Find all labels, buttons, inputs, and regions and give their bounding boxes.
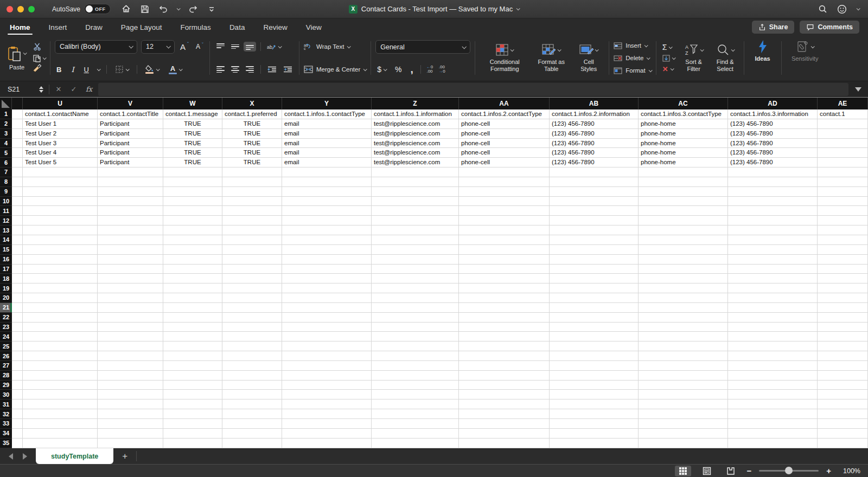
cell-Z20[interactable]	[372, 293, 459, 303]
cell-Z31[interactable]	[372, 399, 459, 409]
cell-AC5[interactable]: phone-home	[639, 148, 728, 158]
column-header-AA[interactable]: AA	[459, 98, 550, 109]
row-header-6[interactable]: 6	[0, 158, 12, 167]
cell-AC29[interactable]	[639, 381, 728, 390]
cell-partial4[interactable]	[12, 139, 23, 149]
cell-Z23[interactable]	[372, 323, 459, 332]
insert-function-icon[interactable]: fx	[83, 85, 95, 93]
cell-X30[interactable]	[222, 390, 282, 399]
cell-AD20[interactable]	[728, 293, 818, 303]
confirm-entry-icon[interactable]: ✓	[68, 85, 80, 93]
cell-U4[interactable]: Test User 3	[23, 139, 98, 149]
cell-W21[interactable]	[163, 303, 222, 313]
cell-AD8[interactable]	[728, 177, 818, 187]
cell-AA19[interactable]	[459, 283, 550, 293]
cell-V32[interactable]	[98, 409, 163, 419]
sheet-next-icon[interactable]	[23, 453, 27, 460]
cell-V14[interactable]	[98, 235, 163, 245]
cell-partial1[interactable]	[12, 109, 23, 119]
cell-X3[interactable]: TRUE	[222, 129, 282, 139]
cell-Z3[interactable]: test@ripplescience.com	[372, 129, 459, 139]
name-box-stepper[interactable]	[39, 86, 43, 93]
cell-AA27[interactable]	[459, 361, 550, 371]
cell-X4[interactable]: TRUE	[222, 139, 282, 149]
fill-down-button[interactable]	[661, 53, 676, 63]
column-header-partial[interactable]	[12, 98, 23, 109]
cell-AC4[interactable]: phone-home	[639, 139, 728, 149]
cell-AA35[interactable]	[459, 439, 550, 448]
undo-dropdown-chevron-icon[interactable]	[176, 7, 180, 10]
cell-AD11[interactable]	[728, 206, 818, 216]
cell-AC25[interactable]	[639, 341, 728, 351]
cell-Y31[interactable]	[282, 399, 372, 409]
cell-Z5[interactable]: test@ripplescience.com	[372, 148, 459, 158]
cell-AB22[interactable]	[550, 313, 639, 323]
format-as-table-button[interactable]: Format as Table	[532, 42, 571, 73]
row-header-10[interactable]: 10	[0, 197, 12, 207]
cell-AC6[interactable]: phone-home	[639, 158, 728, 167]
cell-V25[interactable]	[98, 341, 163, 351]
cell-V11[interactable]	[98, 206, 163, 216]
cell-AB1[interactable]: contact.1.infos.2.information	[550, 109, 639, 119]
sort-filter-button[interactable]: AZ Sort & Filter	[680, 42, 708, 73]
cell-AD35[interactable]	[728, 439, 818, 448]
cell-W2[interactable]: TRUE	[163, 119, 222, 129]
cell-Y35[interactable]	[282, 439, 372, 448]
cell-AD5[interactable]: (123) 456-7890	[728, 148, 818, 158]
cell-AB9[interactable]	[550, 187, 639, 197]
cell-AB2[interactable]: (123) 456-7890	[550, 119, 639, 129]
cell-Y29[interactable]	[282, 381, 372, 390]
cell-W34[interactable]	[163, 429, 222, 439]
cell-AC14[interactable]	[639, 235, 728, 245]
cell-U9[interactable]	[23, 187, 98, 197]
copy-button[interactable]	[33, 54, 46, 63]
cell-U26[interactable]	[23, 351, 98, 361]
page-break-view-button[interactable]	[723, 466, 739, 476]
cell-AB17[interactable]	[550, 265, 639, 274]
cell-AC23[interactable]	[639, 323, 728, 332]
add-sheet-button[interactable]: +	[113, 448, 136, 464]
cell-AD7[interactable]	[728, 167, 818, 177]
cell-partial16[interactable]	[12, 255, 23, 265]
cell-X33[interactable]	[222, 419, 282, 429]
merge-center-button[interactable]: Merge & Center	[304, 63, 366, 76]
row-header-24[interactable]: 24	[0, 332, 12, 341]
zoom-in-button[interactable]: +	[826, 466, 831, 475]
cell-V15[interactable]	[98, 245, 163, 255]
cell-AA5[interactable]: phone-cell	[459, 148, 550, 158]
cell-Y34[interactable]	[282, 429, 372, 439]
cell-X11[interactable]	[222, 206, 282, 216]
autosave-toggle[interactable]: OFF	[84, 4, 111, 14]
row-header-28[interactable]: 28	[0, 371, 12, 381]
row-header-18[interactable]: 18	[0, 274, 12, 283]
cell-AA16[interactable]	[459, 255, 550, 265]
insert-cells-button[interactable]: Insert	[614, 40, 651, 51]
cell-AB30[interactable]	[550, 390, 639, 399]
cell-partial14[interactable]	[12, 235, 23, 245]
cell-AE25[interactable]	[818, 341, 868, 351]
cell-W4[interactable]: TRUE	[163, 139, 222, 149]
cell-AA7[interactable]	[459, 167, 550, 177]
cell-Y33[interactable]	[282, 419, 372, 429]
share-button[interactable]: Share	[752, 21, 795, 34]
cell-AC7[interactable]	[639, 167, 728, 177]
cell-AA9[interactable]	[459, 187, 550, 197]
cell-U28[interactable]	[23, 371, 98, 381]
tab-home[interactable]: Home	[9, 20, 31, 36]
cell-X21[interactable]	[222, 303, 282, 313]
cell-W12[interactable]	[163, 216, 222, 225]
cell-W31[interactable]	[163, 399, 222, 409]
cell-V17[interactable]	[98, 265, 163, 274]
cell-X31[interactable]	[222, 399, 282, 409]
cell-Y10[interactable]	[282, 197, 372, 207]
cell-V19[interactable]	[98, 283, 163, 293]
cell-U2[interactable]: Test User 1	[23, 119, 98, 129]
cell-U3[interactable]: Test User 2	[23, 129, 98, 139]
cell-AB3[interactable]: (123) 456-7890	[550, 129, 639, 139]
cell-X7[interactable]	[222, 167, 282, 177]
cell-AD29[interactable]	[728, 381, 818, 390]
cell-AE11[interactable]	[818, 206, 868, 216]
cell-V12[interactable]	[98, 216, 163, 225]
cell-Z9[interactable]	[372, 187, 459, 197]
cell-Z32[interactable]	[372, 409, 459, 419]
